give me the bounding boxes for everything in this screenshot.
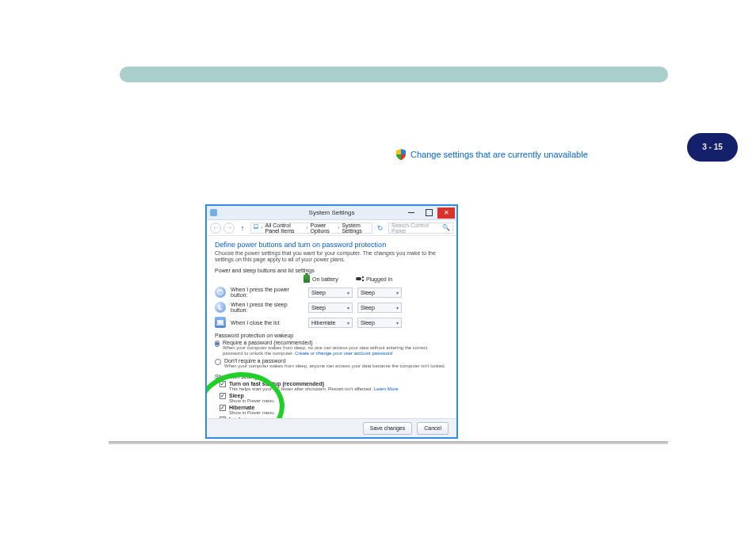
pw-account-link[interactable]: Create or change your user account passw…: [295, 351, 392, 356]
col-plugged-label: Plugged in: [366, 276, 392, 282]
refresh-button[interactable]: ↻: [375, 224, 386, 232]
plugged-in-icon: [356, 276, 364, 282]
cb-hibernate-desc: Show in Power menu.: [229, 410, 275, 415]
cb-sleep-label: Sleep: [229, 393, 244, 398]
sleep-button-battery-select[interactable]: Sleep▾: [308, 303, 353, 313]
cb-hibernate-label: Hibernate: [229, 405, 254, 410]
search-control-panel[interactable]: Search Control Panel 🔍: [388, 223, 453, 234]
pw-none-label: Don't require a password: [224, 358, 286, 364]
page-heading: Define power buttons and turn on passwor…: [215, 241, 449, 249]
breadcrumb-2[interactable]: Power Options: [311, 223, 335, 234]
nav-up-button[interactable]: ↑: [237, 223, 248, 234]
radio-require-password[interactable]: Require a password (recommended) When yo…: [215, 340, 449, 356]
sleep-button-plugged-select[interactable]: Sleep▾: [357, 303, 402, 313]
window-content: Define power buttons and turn on passwor…: [207, 236, 456, 437]
radio-on-icon: [215, 341, 220, 347]
section-shutdown-label: Shutdown settings: [215, 374, 449, 379]
checkbox-on-icon: [220, 405, 226, 411]
window-controls: [403, 207, 455, 219]
svg-rect-4: [217, 320, 223, 324]
checkbox-hibernate[interactable]: Hibernate Show in Power menu.: [220, 405, 449, 415]
page-subtext: Choose the power settings that you want …: [215, 250, 449, 263]
dialog-footer: Save changes Cancel: [207, 418, 456, 437]
close-lid-row: When I close the lid: Hibernate▾ Sleep▾: [215, 317, 449, 328]
svg-rect-1: [254, 225, 258, 227]
breadcrumb-3[interactable]: System Settings: [342, 223, 369, 234]
chevron-down-icon: ▾: [396, 305, 399, 310]
section-password-label: Password protection on wakeup: [215, 333, 449, 338]
chevron-down-icon: ▾: [347, 305, 349, 310]
control-panel-icon: [254, 224, 258, 231]
checkbox-on-icon: [220, 381, 226, 387]
checkbox-fast-startup[interactable]: Turn on fast startup (recommended) This …: [220, 381, 449, 391]
sleep-button-row: When I press the sleep button: Sleep▾ Sl…: [215, 302, 449, 313]
window-app-icon: [210, 209, 217, 216]
column-headers: On battery Plugged in: [304, 275, 449, 283]
save-changes-button[interactable]: Save changes: [363, 422, 412, 435]
chevron-down-icon: ▾: [396, 290, 399, 295]
window-maximize-button[interactable]: [420, 207, 437, 219]
power-button-row: When I press the power button: Sleep▾ Sl…: [215, 287, 449, 298]
chevron-down-icon: ▾: [347, 320, 349, 326]
window-titlebar: System Settings: [207, 206, 456, 220]
power-button-icon: [215, 287, 226, 298]
change-settings-link[interactable]: Change settings that are currently unava…: [410, 150, 588, 159]
battery-icon: [304, 275, 310, 283]
cb-fast-link[interactable]: Learn More: [374, 386, 399, 391]
radio-no-password[interactable]: Don't require a password When your compu…: [215, 358, 449, 369]
checkbox-on-icon: [220, 393, 226, 399]
pw-none-desc: When your computer wakes from sleep, any…: [224, 364, 445, 369]
checkbox-sleep[interactable]: Sleep Show in Power menu.: [220, 393, 449, 403]
window-title: System Settings: [309, 209, 355, 216]
sleep-button-icon: [215, 302, 226, 313]
figure-divider: [109, 441, 668, 444]
close-lid-label: When I close the lid:: [231, 320, 304, 326]
breadcrumb-1[interactable]: All Control Panel Items: [265, 223, 304, 234]
body-paragraph-2: Open the Power Options control panel, ch…: [125, 135, 664, 144]
cancel-button[interactable]: Cancel: [417, 422, 449, 435]
power-button-plugged-select[interactable]: Sleep▾: [357, 287, 402, 298]
section-header-bar: [120, 67, 668, 82]
breadcrumb-path[interactable]: › All Control Panel Items › Power Option…: [250, 223, 372, 234]
cb-fast-desc: This helps start your PC faster after sh…: [229, 386, 372, 391]
uac-instruction: Change settings that are currently unava…: [396, 149, 588, 160]
cb-sleep-desc: Show in Power menu.: [229, 398, 275, 403]
svg-rect-5: [216, 324, 224, 326]
sleep-button-label: When I press the sleep button:: [231, 302, 304, 313]
nav-forward-button[interactable]: →: [223, 223, 235, 234]
col-battery-label: On battery: [312, 276, 338, 282]
power-button-label: When I press the power button:: [231, 287, 304, 298]
chevron-down-icon: ▾: [347, 290, 349, 295]
close-lid-plugged-select[interactable]: Sleep▾: [357, 318, 402, 328]
search-icon: 🔍: [442, 224, 450, 231]
radio-off-icon: [215, 359, 221, 365]
power-button-battery-select[interactable]: Sleep▾: [308, 287, 353, 298]
window-minimize-button[interactable]: [403, 207, 420, 219]
explorer-address-bar: ← → ↑ › All Control Panel Items › Power …: [207, 220, 456, 236]
body-paragraph-1: Note that although Hibernate and Sleep a…: [125, 103, 664, 122]
close-lid-battery-select[interactable]: Hibernate▾: [308, 318, 353, 328]
close-lid-icon: [215, 317, 226, 328]
system-settings-window: System Settings ← → ↑ › All Control Pane…: [205, 204, 458, 439]
nav-back-button[interactable]: ←: [210, 223, 221, 234]
body-paragraph-3: at the top of the window (you will need …: [125, 166, 664, 185]
chevron-down-icon: ▾: [396, 320, 399, 326]
search-placeholder: Search Control Panel: [391, 223, 442, 234]
pw-required-label: Require a password (recommended): [223, 340, 313, 345]
window-close-button[interactable]: [437, 207, 455, 219]
uac-shield-icon: [396, 149, 406, 160]
section-power-sleep-label: Power and sleep buttons and lid settings: [215, 268, 449, 273]
cb-fast-label: Turn on fast startup (recommended): [229, 381, 324, 386]
page-side-badge: 3 - 15: [687, 133, 738, 162]
